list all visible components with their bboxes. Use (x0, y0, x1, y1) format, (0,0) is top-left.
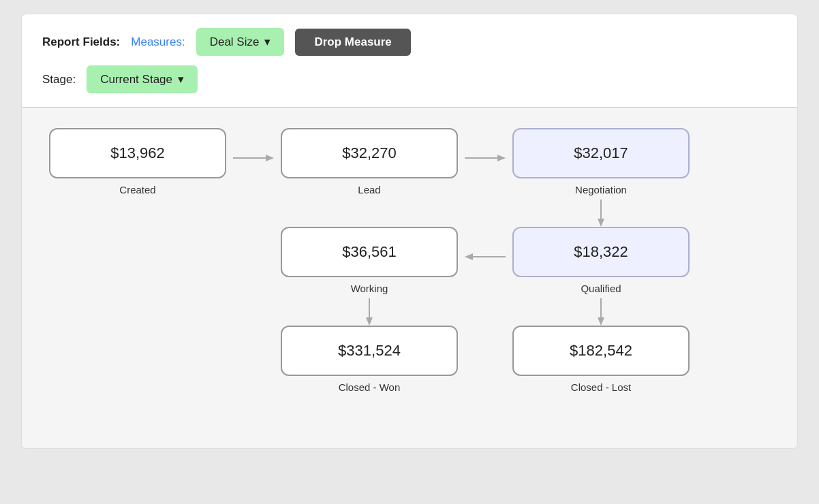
flow-row-2: $36,561 Working $18,322 Qualified (49, 227, 770, 305)
arrow-created-to-lead (233, 151, 274, 165)
arrow-negotiation-down (594, 200, 608, 227)
arrow-qualified-down (594, 298, 608, 326)
deal-size-button[interactable]: Deal Size ▾ (196, 28, 285, 56)
report-fields-label: Report Fields: (42, 35, 120, 49)
current-stage-dropdown-icon: ▾ (178, 72, 184, 86)
flow-row-3: $331,524 Closed - Won $182,542 Closed - … (49, 326, 770, 404)
toolbar-row-2: Stage: Current Stage ▾ (42, 65, 777, 93)
svg-marker-7 (465, 253, 473, 260)
measures-label: Measures: (131, 35, 185, 49)
node-created: $13,962 (49, 128, 226, 178)
label-closed-lost: Closed - Lost (512, 376, 690, 404)
svg-marker-11 (598, 317, 604, 326)
arrow-working-down (362, 298, 376, 326)
node-closed-lost: $182,542 (512, 326, 690, 376)
drop-measure-button[interactable]: Drop Measure (295, 29, 410, 56)
flow-area: $13,962 Created $32,270 Lead (22, 108, 797, 448)
deal-size-dropdown-icon: ▾ (264, 35, 271, 49)
svg-marker-9 (366, 317, 373, 326)
arrow-working-to-qualified (465, 250, 506, 264)
node-closed-won: $331,524 (281, 326, 458, 376)
toolbar: Report Fields: Measures: Deal Size ▾ Dro… (22, 14, 797, 108)
current-stage-label: Current Stage (100, 73, 172, 86)
node-negotiation: $32,017 (512, 128, 690, 178)
svg-marker-5 (598, 219, 604, 227)
stage-label: Stage: (42, 73, 76, 86)
svg-marker-1 (266, 155, 274, 161)
main-container: Report Fields: Measures: Deal Size ▾ Dro… (21, 14, 798, 449)
node-working: $36,561 (281, 227, 458, 277)
toolbar-row-1: Report Fields: Measures: Deal Size ▾ Dro… (42, 28, 777, 56)
flow-row-1: $13,962 Created $32,270 Lead (49, 128, 770, 206)
node-qualified: $18,322 (512, 227, 690, 277)
label-lead: Lead (281, 178, 458, 206)
flow-between-rows-2-3 (49, 305, 770, 326)
label-created: Created (49, 178, 226, 206)
deal-size-label: Deal Size (210, 35, 260, 49)
svg-marker-3 (497, 155, 506, 161)
label-closed-won: Closed - Won (281, 376, 458, 404)
arrow-lead-to-negotiation (465, 151, 506, 165)
node-lead: $32,270 (281, 128, 458, 178)
current-stage-button[interactable]: Current Stage ▾ (87, 65, 198, 93)
flow-between-rows-1-2 (49, 206, 770, 227)
